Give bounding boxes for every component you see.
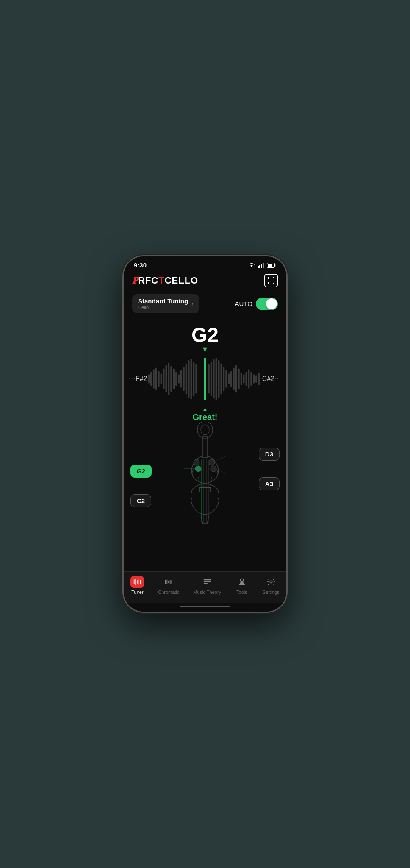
wifi-icon — [248, 263, 255, 268]
dots-left: ··· — [129, 375, 136, 383]
svg-rect-43 — [248, 369, 249, 388]
logo-cello: CELLO — [165, 275, 199, 286]
tuning-preset-label: Standard Tuning — [138, 298, 188, 305]
svg-rect-12 — [163, 368, 165, 389]
svg-rect-41 — [243, 374, 245, 384]
current-note: G2 — [191, 323, 219, 347]
status-time: 9:30 — [134, 262, 147, 269]
nav-item-chromatic[interactable]: Chromatic — [158, 576, 179, 595]
music-theory-nav-label: Music Theory — [193, 590, 221, 595]
music-theory-icon-wrap — [200, 576, 214, 588]
svg-line-61 — [212, 456, 226, 462]
logo-t: T — [158, 275, 164, 286]
svg-rect-33 — [223, 367, 224, 391]
svg-rect-16 — [173, 368, 175, 389]
string-a3-label[interactable]: A3 — [259, 477, 280, 490]
svg-rect-19 — [180, 370, 182, 387]
bottom-nav: Tuner Chromatic — [124, 571, 286, 603]
svg-rect-29 — [213, 359, 215, 399]
svg-point-66 — [270, 581, 272, 583]
nav-item-music-theory[interactable]: Music Theory — [193, 576, 221, 595]
svg-rect-22 — [188, 360, 190, 398]
tools-nav-label: Tools — [236, 590, 247, 595]
svg-rect-9 — [155, 367, 157, 390]
svg-rect-8 — [153, 369, 155, 388]
svg-rect-42 — [246, 372, 247, 386]
toggle-knob — [266, 298, 277, 309]
tools-icon-wrap — [235, 576, 249, 588]
scan-icon-svg — [267, 276, 275, 285]
svg-rect-26 — [204, 358, 206, 400]
music-theory-icon — [202, 577, 212, 587]
home-bar — [180, 606, 230, 607]
tuner-nav-label: Tuner — [131, 590, 143, 595]
svg-rect-45 — [253, 374, 255, 384]
svg-rect-65 — [204, 583, 208, 584]
svg-rect-1 — [259, 265, 260, 268]
settings-nav-label: Settings — [263, 590, 280, 595]
nav-item-tuner[interactable]: Tuner — [130, 576, 144, 595]
logo-p: 𝐏 — [132, 275, 138, 286]
svg-rect-0 — [258, 266, 259, 268]
svg-rect-31 — [218, 360, 220, 398]
svg-rect-2 — [261, 264, 262, 268]
cello-area: G2 C2 D3 A3 — [124, 426, 286, 571]
svg-rect-13 — [165, 365, 167, 393]
status-text: Great! — [193, 412, 218, 422]
svg-rect-35 — [228, 373, 230, 384]
right-note-label: C#2 — [262, 375, 274, 383]
svg-rect-21 — [186, 364, 187, 395]
cello-illustration — [171, 422, 239, 549]
svg-rect-27 — [208, 364, 210, 394]
chromatic-nav-label: Chromatic — [158, 590, 179, 595]
scan-button[interactable] — [264, 274, 278, 287]
svg-rect-3 — [263, 263, 264, 268]
string-d3-label[interactable]: D3 — [259, 448, 280, 461]
svg-rect-20 — [183, 367, 185, 391]
svg-rect-24 — [193, 362, 194, 396]
nav-item-settings[interactable]: Settings — [263, 576, 280, 595]
svg-rect-11 — [161, 373, 162, 384]
tuning-text: Standard Tuning Cello — [138, 298, 188, 310]
tuner-icon — [133, 577, 142, 587]
svg-rect-40 — [241, 373, 242, 385]
tuning-chevron-icon: › — [191, 300, 194, 307]
string-c2-label[interactable]: C2 — [130, 494, 151, 507]
home-indicator — [124, 603, 286, 612]
svg-rect-14 — [168, 363, 169, 395]
app-header: 𝐏RFCTCELLO — [124, 270, 286, 292]
nav-item-tools[interactable]: Tools — [235, 576, 249, 595]
svg-rect-38 — [235, 365, 237, 393]
tuning-selector[interactable]: Standard Tuning Cello › — [132, 294, 199, 313]
auto-label: AUTO — [235, 300, 252, 307]
svg-rect-18 — [178, 374, 180, 384]
tools-icon — [237, 577, 247, 587]
svg-rect-32 — [220, 364, 222, 395]
svg-rect-30 — [216, 358, 217, 400]
dots-right: ··· — [274, 375, 281, 383]
settings-icon — [266, 577, 276, 587]
note-display: G2 ▼ — [191, 318, 219, 356]
svg-rect-5 — [268, 264, 272, 267]
svg-rect-36 — [230, 371, 232, 387]
tuning-instrument-label: Cello — [138, 305, 188, 310]
auto-toggle-switch[interactable] — [256, 298, 278, 310]
app-logo: 𝐏RFCTCELLO — [132, 275, 198, 286]
settings-icon-wrap — [264, 576, 278, 588]
auto-toggle-container: AUTO — [235, 298, 278, 310]
svg-rect-63 — [204, 579, 211, 581]
svg-rect-64 — [204, 581, 211, 582]
phone-screen: 9:30 — [124, 256, 286, 612]
tuning-bar: Standard Tuning Cello › AUTO — [124, 292, 286, 318]
logo-rct: RFC — [138, 275, 158, 286]
svg-rect-23 — [191, 359, 192, 399]
svg-rect-39 — [238, 368, 240, 389]
tuner-visualization: ··· F#2 C#2 ··· — [124, 356, 286, 402]
svg-point-56 — [194, 459, 199, 465]
battery-icon — [267, 263, 276, 268]
status-triangle-icon: ▲ — [193, 406, 218, 412]
tuner-area: G2 ▼ ··· F#2 C#2 ··· — [124, 318, 286, 571]
tuner-icon-wrap — [130, 576, 144, 588]
string-g2-label[interactable]: G2 — [130, 465, 152, 478]
svg-rect-25 — [195, 364, 197, 394]
